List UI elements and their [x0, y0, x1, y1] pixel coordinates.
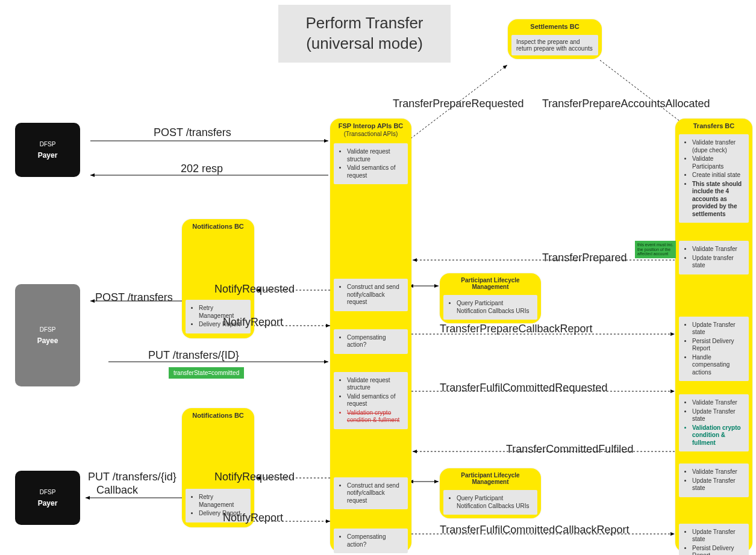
- fsp-interop-bc: FSP Interop APIs BC (Transactional APIs)…: [330, 119, 411, 552]
- box-title: Participant Lifecycle Management: [440, 273, 541, 291]
- label-transfer-committed-fulfilled: TransferCommittedFulfiled: [506, 443, 633, 456]
- item: Validation crypto condition & fullment: [347, 409, 403, 424]
- item: Persist Delivery Report: [692, 338, 744, 353]
- item: Construct and send notify/callback reque…: [347, 284, 403, 306]
- item: Validate Transfer: [692, 468, 744, 476]
- label-notify-requested-2: NotifyRequested: [214, 471, 295, 483]
- box-title: Notifications BC: [182, 219, 254, 231]
- transfers-panel-5: Validate Transfer Update Transfer state: [679, 464, 749, 497]
- label-notify-requested-1: NotifyRequested: [214, 283, 295, 296]
- label-transfer-fulfil-committed-callback-report: TransferFulfilCommittedCallbackReport: [440, 524, 629, 536]
- fsp-panel-4: Validate request structure Valid semanti…: [334, 372, 408, 429]
- item: Retry Management: [199, 494, 246, 509]
- actor-label: DFSP: [40, 489, 56, 495]
- label-put-transfers-id-lc: PUT /transfers/{id}: [88, 471, 177, 483]
- plm-panel: Query Participant Notification Callbacks…: [443, 295, 537, 320]
- item: Update Transfer state: [692, 477, 744, 492]
- actor-label: Payer: [38, 499, 58, 507]
- label-notify-report-2: NotifyReport: [223, 512, 283, 524]
- green-side-note: this event must inc. the position of the…: [635, 241, 676, 258]
- transfers-panel-1: Validate transfer (dupe check) Validate …: [679, 134, 749, 223]
- actor-label: DFSP: [40, 326, 56, 333]
- transfers-panel-2: Validate Transfer Update transfer state: [679, 241, 749, 274]
- fsp-panel-2: Construct and send notify/callback reque…: [334, 279, 408, 311]
- item: Handle compensating actions: [692, 354, 744, 377]
- actor-label: Payee: [37, 336, 58, 345]
- item: Compensating action?: [347, 334, 403, 349]
- item: Validation crypto condition & fullment: [692, 424, 744, 447]
- box-title: Participant Lifecycle Management: [440, 468, 541, 486]
- transfers-bc: Transfers BC Validate transfer (dupe che…: [675, 119, 752, 552]
- box-title: Settlements BC: [508, 19, 602, 31]
- item: Validate request structure: [347, 377, 403, 392]
- item: Construct and send notify/callback reque…: [347, 482, 403, 505]
- label-202-resp: 202 resp: [181, 163, 223, 175]
- item: Validate Transfer: [692, 399, 744, 407]
- item: Query Participant Notification Callbacks…: [457, 300, 533, 315]
- svg-line-8: [600, 60, 687, 126]
- label-callback: Callback: [96, 484, 138, 497]
- plm-panel: Query Participant Notification Callbacks…: [443, 490, 537, 515]
- label-transfer-prepared: TransferPrepared: [542, 252, 626, 264]
- item: Validate request structure: [347, 148, 403, 163]
- notifications-bc-2: Notifications BC Retry Management Delive…: [182, 408, 254, 527]
- transfer-state-chip: transferState=committed: [169, 367, 244, 379]
- transfers-panel-6: Update Transfer state Persist Delivery R…: [679, 524, 749, 556]
- box-title: Transfers BC: [675, 119, 752, 131]
- item: Query Participant Notification Callbacks…: [457, 495, 533, 510]
- fsp-panel-1: Validate request structure Valid semanti…: [334, 143, 408, 184]
- label-put-transfers-id: PUT /transfers/{ID}: [148, 349, 239, 362]
- box-title: Notifications BC: [182, 408, 254, 420]
- text: Inspect the prepare and return prepare w…: [516, 39, 593, 52]
- box-subtitle: (Transactional APIs): [330, 131, 411, 140]
- item: Validate transfer (dupe check): [692, 139, 744, 154]
- title-text: Perform Transfer (universal mode): [305, 14, 423, 52]
- box-title: FSP Interop APIs BC: [330, 119, 411, 131]
- label-post-transfers-2: POST /transfers: [95, 291, 173, 304]
- fsp-panel-3: Compensating action?: [334, 329, 408, 354]
- fsp-panel-5: Construct and send notify/callback reque…: [334, 477, 408, 510]
- diagram-title: Perform Transfer (universal mode): [278, 5, 451, 63]
- actor-label: DFSP: [40, 141, 56, 147]
- label-post-transfers: POST /transfers: [154, 126, 231, 139]
- item: Validate Participants: [692, 155, 744, 170]
- label-notify-report-1: NotifyReport: [223, 316, 283, 329]
- fsp-panel-6: Compensating action?: [334, 529, 408, 553]
- transfers-panel-3: Update Transfer state Persist Delivery R…: [679, 317, 749, 382]
- actor-label: Payer: [38, 151, 58, 160]
- label-transfer-prepare-requested: TransferPrepareRequested: [393, 98, 523, 110]
- label-transfer-prepare-callback-report: TransferPrepareCallbackReport: [440, 323, 592, 335]
- label-transfer-prepare-accounts-allocated: TransferPrepareAccountsAllocated: [542, 98, 710, 110]
- item: Update Transfer state: [692, 529, 744, 544]
- transfers-panel-4: Validate Transfer Update Transfer state …: [679, 394, 749, 451]
- item: Create initial state: [692, 172, 744, 179]
- settlements-bc: Settlements BC Inspect the prepare and r…: [508, 19, 602, 59]
- actor-dfsp-payer-top: DFSP Payer: [15, 123, 80, 177]
- participant-lifecycle-2: Participant Lifecycle Management Query P…: [440, 468, 541, 518]
- item: Update Transfer state: [692, 408, 744, 423]
- settlements-body: Inspect the prepare and return prepare w…: [511, 35, 598, 55]
- actor-dfsp-payee: DFSP Payee: [15, 284, 80, 386]
- item: Persist Delivery Report: [692, 545, 744, 556]
- item: Update transfer state: [692, 255, 744, 270]
- item: Valid semantics of request: [347, 393, 403, 408]
- item: Compensating action?: [347, 533, 403, 548]
- item: Update Transfer state: [692, 321, 744, 336]
- label-transfer-fulfil-committed-requested: TransferFulfilCommittedRequested: [440, 382, 607, 394]
- actor-dfsp-payer-bottom: DFSP Payer: [15, 471, 80, 525]
- item: This state should include the 4 accounts…: [692, 181, 744, 219]
- item: Validate Transfer: [692, 246, 744, 253]
- participant-lifecycle-1: Participant Lifecycle Management Query P…: [440, 273, 541, 323]
- item: Valid semantics of request: [347, 164, 403, 179]
